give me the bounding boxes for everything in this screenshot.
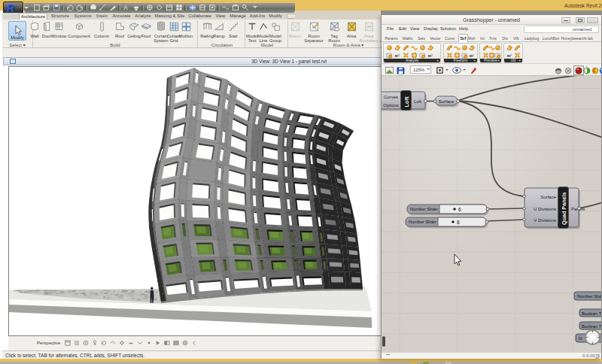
svg-text:Loft: Loft [414,99,421,104]
svg-text:U Divisions: U Divisions [534,207,556,211]
svg-text:m²: m² [507,53,512,58]
svg-text:Options: Options [383,103,399,108]
svg-text:Number Slide: Number Slide [577,294,601,299]
svg-text:Loft: Loft [403,96,410,108]
svg-text:Surface: Surface [439,99,455,104]
svg-text:8: 8 [457,220,460,225]
svg-text:m²: m² [470,53,474,58]
svg-text:6: 6 [458,207,461,212]
svg-text:m²: m² [428,53,433,58]
svg-text:Surface: Surface [540,195,556,199]
svg-text:N: N [579,336,582,341]
svg-text:V Divisions: V Divisions [534,218,556,223]
svg-text:Boolean T: Boolean T [582,311,601,316]
svg-text:m²: m² [395,53,400,58]
svg-text:A: A [123,5,128,11]
svg-text:Boolean T: Boolean T [582,324,601,329]
svg-text:Number Slider: Number Slider [410,207,438,211]
svg-text:Curves: Curves [384,95,398,99]
svg-text:Quad Panels: Quad Panels [561,192,567,225]
svg-text:Number Slider: Number Slider [409,220,436,224]
